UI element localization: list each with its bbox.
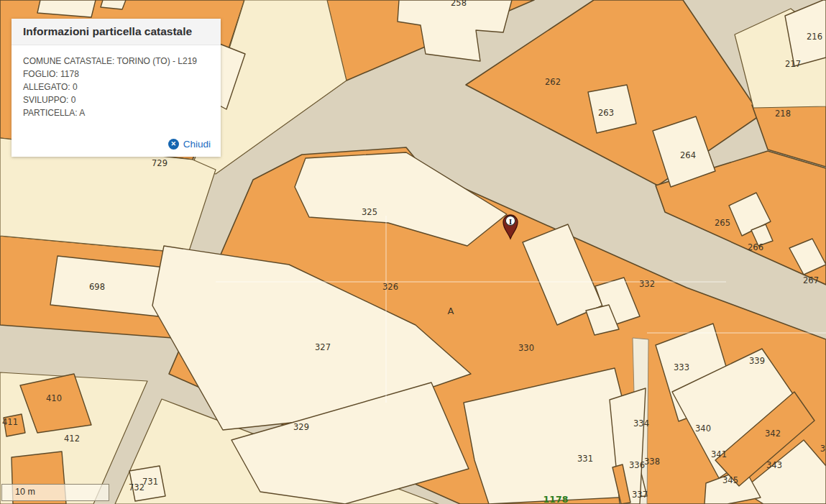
marker-info-glyph: I (509, 218, 512, 226)
sheet-number-label: 1178 (543, 494, 569, 504)
parcel-label: 411 (2, 417, 18, 427)
info-panel-footer: ✕ Chiudi (168, 136, 211, 150)
parcel-label: 412 (64, 434, 80, 444)
parcel-label: 217 (785, 59, 801, 69)
parcel-label: 345 (722, 475, 738, 485)
parcel-label: 262 (545, 77, 561, 87)
parcel-label: 333 (674, 362, 689, 372)
info-panel: Informazioni particella catastale COMUNE… (12, 19, 221, 157)
cadastral-map-viewer: 7292582622632642162172182652662673253266… (0, 0, 826, 504)
parcel-label: 698 (89, 282, 105, 292)
parcel-label: 336 (629, 460, 645, 470)
parcel-label: 218 (775, 109, 791, 119)
close-button[interactable]: ✕ Chiudi (168, 139, 211, 150)
parcel-label: 267 (803, 275, 819, 285)
parcel-label: 343 (766, 460, 782, 470)
parcel-label: 337 (632, 490, 648, 500)
parcel-label: A (448, 306, 454, 316)
parcel-label: 729 (152, 158, 168, 168)
parcel-label: 732 (129, 482, 144, 492)
panel-field: ALLEGATO: 0 (23, 81, 209, 93)
parcel-label: 338 (644, 457, 660, 467)
panel-field: FOGLIO: 1178 (23, 68, 209, 81)
panel-fields: COMUNE CATASTALE: TORINO (TO) - L219FOGL… (12, 45, 221, 119)
parcel-label: 731 (142, 477, 158, 487)
parcel-label: 326 (382, 282, 398, 292)
parcel-label: 341 (711, 449, 727, 459)
parcel-label: 263 (598, 108, 614, 118)
parcel-label: 342 (765, 429, 781, 439)
parcel-label: 34 (820, 444, 826, 454)
parcel-label: 258 (451, 0, 467, 8)
parcel-label: 266 (748, 242, 763, 252)
parcel-label: 330 (518, 343, 534, 353)
parcel-label: 327 (315, 342, 331, 352)
close-button-label: Chiudi (183, 139, 211, 150)
parcel-label: 265 (715, 218, 730, 228)
x-circle-icon: ✕ (168, 139, 179, 150)
parcel-label: 331 (577, 454, 593, 464)
scale-bar-label: 10 m (2, 485, 109, 497)
parcel-label: 264 (680, 150, 696, 160)
parcel-label: 334 (633, 418, 649, 429)
scale-bar: 10 m (1, 484, 109, 501)
parcel-label: 216 (807, 32, 822, 42)
parcel-label: 339 (749, 356, 765, 366)
panel-field: PARTICELLA: A (23, 106, 209, 119)
panel-field: COMUNE CATASTALE: TORINO (TO) - L219 (23, 55, 209, 68)
parcel-label: 410 (46, 393, 62, 403)
parcel-label: 340 (695, 423, 711, 434)
parcel-label: 332 (639, 279, 655, 289)
panel-title: Informazioni particella catastale (23, 25, 209, 38)
parcel-label: 325 (362, 207, 377, 217)
panel-field: SVILUPPO: 0 (23, 93, 209, 106)
parcel-label: 329 (293, 422, 309, 432)
info-panel-header: Informazioni particella catastale (12, 19, 221, 45)
